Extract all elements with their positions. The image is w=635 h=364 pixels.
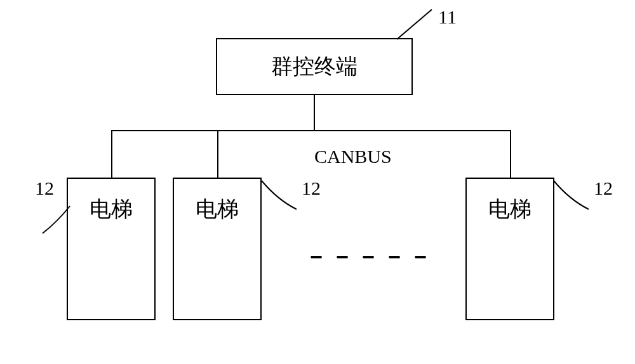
ref-12-1: 12: [35, 178, 54, 199]
ref-12-2: 12: [302, 178, 321, 199]
elevator-box-3: 电梯: [465, 178, 554, 320]
drop-line-3: [510, 130, 511, 178]
elevator-label-3: 电梯: [488, 195, 531, 224]
leader-11: [394, 3, 470, 48]
elevator-label-2: 电梯: [196, 195, 239, 224]
drop-line-2: [217, 130, 218, 178]
controller-label: 群控终端: [271, 52, 358, 81]
ellipsis: －－－－－: [305, 241, 435, 272]
leader-12-1: [35, 203, 79, 247]
ref-12-3: 12: [594, 178, 613, 199]
stem-line: [314, 95, 315, 130]
bus-line: [111, 130, 511, 131]
drop-line-1: [111, 130, 112, 178]
controller-box: 群控终端: [216, 38, 413, 95]
elevator-box-1: 电梯: [67, 178, 156, 320]
diagram-canvas: 群控终端 11 CANBUS 电梯 12 电梯 12 电梯: [0, 0, 635, 364]
bus-label: CANBUS: [314, 146, 392, 167]
elevator-label-1: 电梯: [90, 195, 133, 224]
ref-11: 11: [438, 6, 457, 28]
elevator-box-2: 电梯: [173, 178, 262, 320]
